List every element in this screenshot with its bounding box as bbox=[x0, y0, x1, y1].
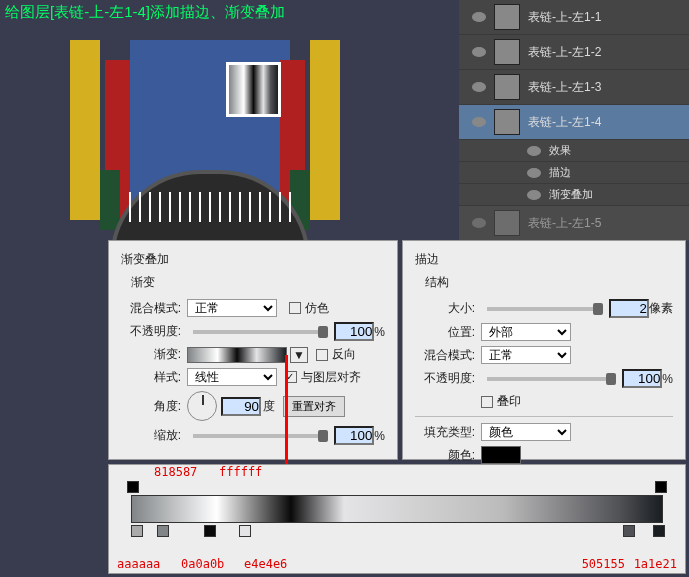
stop-hex: 1a1e21 bbox=[634, 557, 677, 571]
layer-row[interactable]: 表链-上-左1-2 bbox=[459, 35, 689, 70]
layer-label: 表链-上-左1-4 bbox=[528, 114, 601, 131]
color-stop[interactable] bbox=[131, 525, 143, 537]
scale-input[interactable] bbox=[334, 426, 374, 445]
canvas-preview bbox=[70, 20, 340, 240]
overprint-checkbox[interactable] bbox=[481, 396, 493, 408]
visibility-icon[interactable] bbox=[527, 168, 541, 178]
gradient-preview[interactable] bbox=[187, 347, 287, 363]
size-slider[interactable] bbox=[487, 307, 603, 311]
blend-label: 混合模式: bbox=[121, 300, 181, 317]
blend-select[interactable]: 正常 bbox=[187, 299, 277, 317]
gradient-bar[interactable] bbox=[131, 495, 663, 523]
size-label: 大小: bbox=[415, 300, 475, 317]
layer-thumb bbox=[494, 4, 520, 30]
stop-hex: 0a0a0b bbox=[181, 557, 224, 571]
reverse-checkbox[interactable] bbox=[316, 349, 328, 361]
filltype-label: 填充类型: bbox=[415, 424, 475, 441]
panel-subtitle: 结构 bbox=[425, 274, 673, 291]
layer-thumb bbox=[494, 109, 520, 135]
visibility-icon[interactable] bbox=[472, 117, 486, 127]
layer-thumb bbox=[494, 74, 520, 100]
fx-header[interactable]: 效果 bbox=[459, 140, 689, 162]
dither-checkbox[interactable] bbox=[289, 302, 301, 314]
layer-row[interactable]: 表链-上-左1-1 bbox=[459, 0, 689, 35]
blend-select[interactable]: 正常 bbox=[481, 346, 571, 364]
style-label: 样式: bbox=[121, 369, 181, 386]
gradient-overlay-panel: 渐变叠加 渐变 混合模式:正常仿色 不透明度:% 渐变:▼反向 样式:线性与图层… bbox=[108, 240, 398, 460]
layer-thumb bbox=[494, 210, 520, 236]
opacity-label: 不透明度: bbox=[415, 370, 475, 387]
color-stop[interactable] bbox=[623, 525, 635, 537]
gradient-dropdown[interactable]: ▼ bbox=[290, 347, 308, 363]
color-stop[interactable] bbox=[653, 525, 665, 537]
layer-row[interactable]: 表链-上-左1-4 bbox=[459, 105, 689, 140]
opacity-input[interactable] bbox=[622, 369, 662, 388]
stop-hex: aaaaaa bbox=[117, 557, 160, 571]
fx-stroke[interactable]: 描边 bbox=[459, 162, 689, 184]
stop-hex: 505155 bbox=[582, 557, 625, 571]
layer-label: 表链-上-左1-1 bbox=[528, 9, 601, 26]
position-select[interactable]: 外部 bbox=[481, 323, 571, 341]
layer-label: 表链-上-左1-3 bbox=[528, 79, 601, 96]
opacity-label: 不透明度: bbox=[121, 323, 181, 340]
angle-label: 角度: bbox=[121, 398, 181, 415]
panel-title: 渐变叠加 bbox=[121, 251, 385, 268]
visibility-icon[interactable] bbox=[527, 146, 541, 156]
visibility-icon[interactable] bbox=[472, 47, 486, 57]
visibility-icon[interactable] bbox=[527, 190, 541, 200]
fx-gradient[interactable]: 渐变叠加 bbox=[459, 184, 689, 206]
position-label: 位置: bbox=[415, 324, 475, 341]
stop-hex: e4e4e6 bbox=[244, 557, 287, 571]
angle-dial[interactable] bbox=[187, 391, 217, 421]
panel-title: 描边 bbox=[415, 251, 673, 268]
layer-row[interactable]: 表链-上-左1-5 bbox=[459, 206, 689, 241]
scale-slider[interactable] bbox=[193, 434, 328, 438]
selection-box bbox=[226, 62, 281, 117]
stop-hex: ffffff bbox=[219, 465, 262, 479]
color-label: 颜色: bbox=[415, 447, 475, 464]
stop-hex: 818587 bbox=[154, 465, 197, 479]
style-select[interactable]: 线性 bbox=[187, 368, 277, 386]
layer-label: 表链-上-左1-2 bbox=[528, 44, 601, 61]
reset-align-button[interactable]: 重置对齐 bbox=[283, 396, 345, 417]
angle-input[interactable] bbox=[221, 397, 261, 416]
opacity-slider[interactable] bbox=[193, 330, 328, 334]
opacity-slider[interactable] bbox=[487, 377, 616, 381]
stroke-panel: 描边 结构 大小:像素 位置:外部 混合模式:正常 不透明度:% 叠印 填充类型… bbox=[402, 240, 686, 460]
color-stop[interactable] bbox=[157, 525, 169, 537]
layer-label: 表链-上-左1-5 bbox=[528, 215, 601, 232]
color-stop[interactable] bbox=[204, 525, 216, 537]
layers-panel: 表链-上-左1-1 表链-上-左1-2 表链-上-左1-3 表链-上-左1-4 … bbox=[459, 0, 689, 241]
size-input[interactable] bbox=[609, 299, 649, 318]
opacity-stop[interactable] bbox=[655, 481, 667, 493]
visibility-icon[interactable] bbox=[472, 82, 486, 92]
blend-label: 混合模式: bbox=[415, 347, 475, 364]
panel-subtitle: 渐变 bbox=[131, 274, 385, 291]
color-stop[interactable] bbox=[239, 525, 251, 537]
gradient-label: 渐变: bbox=[121, 346, 181, 363]
scale-label: 缩放: bbox=[121, 427, 181, 444]
opacity-stop[interactable] bbox=[127, 481, 139, 493]
opacity-input[interactable] bbox=[334, 322, 374, 341]
color-swatch[interactable] bbox=[481, 446, 521, 464]
layer-thumb bbox=[494, 39, 520, 65]
layer-row[interactable]: 表链-上-左1-3 bbox=[459, 70, 689, 105]
visibility-icon[interactable] bbox=[472, 12, 486, 22]
gradient-editor-panel: 818587 ffffff aaaaaa 0a0a0b e4e4e6 50515… bbox=[108, 464, 686, 574]
visibility-icon[interactable] bbox=[472, 218, 486, 228]
filltype-select[interactable]: 颜色 bbox=[481, 423, 571, 441]
